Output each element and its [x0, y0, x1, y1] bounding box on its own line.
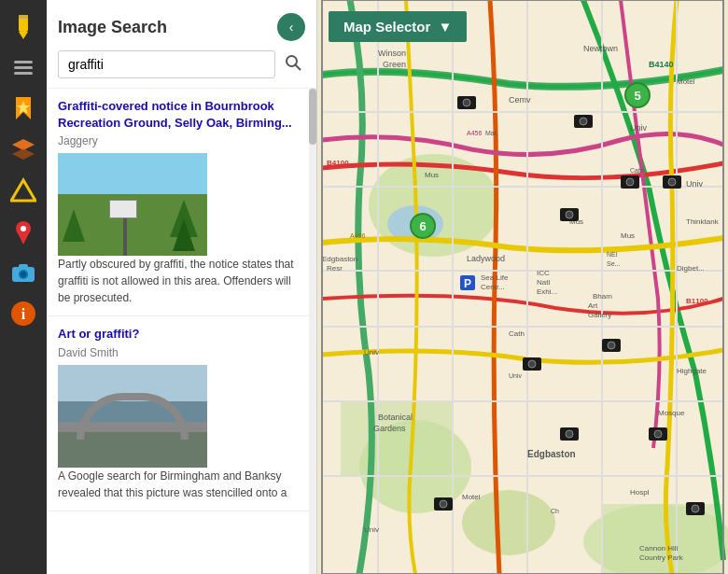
svg-text:Green: Green	[383, 60, 406, 69]
svg-text:Digbet...: Digbet...	[677, 264, 705, 273]
pin-tool[interactable]	[5, 213, 42, 250]
info-tool[interactable]: i	[5, 295, 42, 332]
svg-point-98	[668, 178, 676, 186]
camera-marker	[457, 96, 476, 109]
svg-rect-6	[14, 72, 33, 75]
svg-line-22	[296, 65, 301, 70]
toolbar: i	[0, 0, 47, 574]
svg-point-92	[463, 99, 470, 106]
result-description: Partly obscured by graffiti, the notice …	[58, 256, 305, 306]
svg-text:Sea Life: Sea Life	[481, 273, 509, 282]
search-panel-title: Image Search	[58, 18, 167, 37]
camera-tool[interactable]	[5, 254, 42, 291]
results-container: Graffiti-covered notice in Bournbrook Re…	[47, 88, 316, 574]
svg-text:Newtown: Newtown	[583, 44, 618, 53]
badge-value: 5	[634, 89, 640, 103]
svg-point-102	[528, 360, 536, 368]
svg-text:Gardens: Gardens	[373, 424, 406, 433]
svg-text:B4140: B4140	[649, 60, 674, 69]
svg-text:Thinktank: Thinktank	[686, 217, 720, 226]
svg-point-106	[654, 430, 662, 438]
svg-text:Country Park: Country Park	[639, 553, 684, 562]
search-button[interactable]	[281, 50, 305, 78]
map-selector-label: Map Selector	[343, 19, 430, 35]
map-background: Resr	[317, 0, 728, 574]
bookmark-tool[interactable]	[5, 90, 42, 127]
svg-text:Centr...: Centr...	[481, 283, 505, 291]
result-image	[58, 153, 207, 256]
lines-tool[interactable]	[5, 49, 42, 86]
camera-marker	[649, 427, 667, 441]
svg-text:A456: A456	[467, 130, 482, 136]
svg-text:Mar.: Mar.	[485, 130, 498, 136]
camera-marker	[663, 175, 681, 189]
triangle-tool[interactable]	[5, 172, 42, 209]
search-input[interactable]	[58, 50, 275, 78]
svg-text:B1100: B1100	[686, 297, 708, 305]
svg-rect-18	[19, 264, 28, 269]
svg-text:A456: A456	[350, 232, 365, 239]
result-description: A Google search for Birmingham and Banks…	[58, 468, 305, 501]
svg-point-112	[692, 505, 699, 512]
svg-text:Art: Art	[588, 301, 598, 310]
collapse-button[interactable]: ‹	[277, 13, 305, 41]
result-title: Art or graffiti?	[58, 326, 305, 343]
svg-text:Mus: Mus	[425, 171, 439, 179]
camera-marker	[686, 502, 705, 515]
map-area: Map Selector ▼ Resr	[317, 0, 728, 574]
svg-point-17	[21, 272, 26, 277]
svg-text:Univ: Univ	[686, 179, 704, 189]
svg-text:Univ: Univ	[630, 123, 648, 133]
result-author: David Smith	[58, 346, 305, 359]
result-item[interactable]: Graffiti-covered notice in Bournbrook Re…	[47, 89, 316, 316]
svg-text:Bham: Bham	[593, 292, 612, 301]
svg-rect-4	[14, 61, 33, 63]
camera-marker	[602, 339, 621, 352]
svg-text:P: P	[464, 277, 471, 290]
map-selector-button[interactable]: Map Selector ▼	[329, 11, 467, 42]
result-image	[58, 365, 207, 468]
camera-marker	[560, 427, 579, 441]
svg-text:Resr: Resr	[327, 264, 343, 273]
svg-text:B4100: B4100	[327, 159, 349, 167]
result-item[interactable]: Art or graffiti? David Smith A Google se…	[47, 316, 316, 511]
svg-text:Hospl: Hospl	[630, 488, 650, 497]
svg-text:i: i	[21, 306, 26, 322]
badge-value: 6	[419, 219, 426, 233]
svg-text:Winson: Winson	[378, 49, 406, 58]
svg-text:NEI: NEI	[607, 251, 618, 258]
camera-marker	[434, 497, 453, 511]
svg-text:Edgbaston: Edgbaston	[322, 255, 357, 263]
search-bar	[47, 50, 316, 88]
svg-text:Motel: Motel	[677, 77, 695, 86]
svg-point-108	[566, 430, 573, 438]
svg-marker-10	[12, 148, 35, 160]
svg-text:Exhi...: Exhi...	[537, 287, 557, 296]
svg-text:Highgate: Highgate	[677, 367, 707, 375]
svg-text:Ladywood: Ladywood	[467, 254, 505, 263]
camera-marker	[621, 175, 639, 189]
svg-text:Cath: Cath	[630, 167, 644, 174]
svg-text:Mus: Mus	[621, 231, 635, 240]
pencil-tool[interactable]	[5, 7, 42, 45]
svg-rect-5	[14, 66, 33, 69]
svg-text:Se...: Se...	[607, 260, 620, 267]
svg-point-96	[626, 178, 634, 186]
svg-rect-3	[21, 17, 26, 19]
svg-point-100	[566, 211, 573, 218]
svg-text:Motel: Motel	[462, 493, 481, 501]
svg-point-110	[440, 500, 447, 508]
svg-text:Botanical: Botanical	[378, 413, 413, 422]
scrollbar-thumb[interactable]	[309, 89, 316, 145]
svg-text:Edgbaston: Edgbaston	[527, 449, 576, 459]
svg-text:Cannon Hill: Cannon Hill	[639, 544, 679, 553]
svg-marker-13	[18, 233, 29, 245]
search-panel: Image Search ‹ Graffiti-covered notice i…	[47, 0, 317, 574]
svg-text:Univ: Univ	[364, 348, 379, 357]
svg-text:Gallery: Gallery	[588, 311, 611, 319]
svg-text:Cemv: Cemv	[509, 95, 531, 105]
svg-marker-11	[11, 180, 35, 201]
svg-text:Cath: Cath	[509, 329, 525, 338]
layers-tool[interactable]	[5, 131, 42, 168]
result-title: Graffiti-covered notice in Bournbrook Re…	[58, 98, 305, 132]
